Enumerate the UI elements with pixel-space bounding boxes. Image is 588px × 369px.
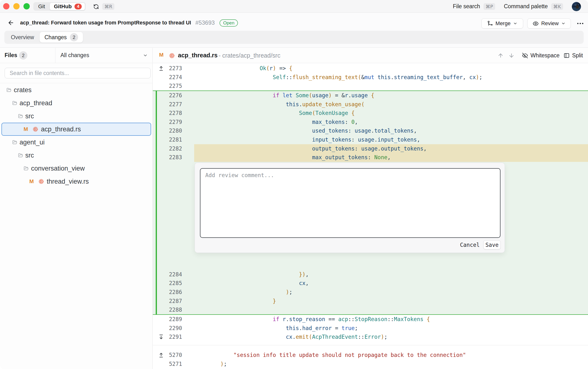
line-number: 5271 [153,359,182,369]
gutter[interactable]: 2289 [153,315,194,324]
review-comment-input[interactable] [200,168,500,238]
whitespace-toggle[interactable]: Whitespace [522,52,559,59]
line-number: 2274 [153,73,182,82]
gutter[interactable]: 2279 [153,118,194,127]
gutter[interactable]: 2284 [153,270,194,279]
close-window-button[interactable] [3,3,10,10]
gutter[interactable]: 2286 [153,288,194,297]
line-number: 2287 [153,297,182,306]
file-modified-badge: M [159,52,163,58]
previous-change-button[interactable] [498,52,504,59]
code-diff: 2273 Ok(r) => {2274 Self::flush_streamin… [153,63,588,369]
main-content: Files 2 All changes cratesacp_threadsrcM… [0,48,588,369]
minimize-window-button[interactable] [13,3,20,10]
line-number: 2277 [153,100,182,109]
tree-folder-item[interactable]: crates [0,83,152,97]
gutter[interactable]: 2290 [153,324,194,333]
line-number: 2280 [153,126,182,135]
line-number: 2285 [153,279,182,288]
pr-number: #53693 [195,19,215,26]
eye-icon [533,20,539,27]
folder-open-icon [23,166,29,171]
file-search-button[interactable]: File search [453,3,480,10]
tree-folder-item[interactable]: src [0,149,152,162]
review-comment-region: CancelSave [153,162,588,270]
code-line: 2287 } [153,297,588,306]
gutter[interactable]: 2288 [153,305,194,314]
code-line: 5271 ); [153,359,588,369]
code-line: 2280 used_tokens: usage.total_tokens, [153,126,588,135]
rust-file-icon: R [169,52,175,59]
code-text: cx, [194,279,309,288]
merge-button[interactable]: Merge [481,18,523,29]
tree-item-label: thread_view.rs [47,178,89,185]
gutter[interactable]: 5271 [153,359,194,369]
gutter[interactable]: 2281 [153,135,194,144]
tree-folder-item[interactable]: agent_ui [0,136,152,149]
save-button[interactable]: Save [483,240,501,249]
changes-filter-dropdown[interactable]: All changes [60,52,89,59]
tab-changes[interactable]: Changes 2 [40,32,83,42]
gutter[interactable]: 5270 [153,351,194,359]
code-text: }), [194,270,309,279]
gutter[interactable]: 2287 [153,297,194,306]
zoom-window-button[interactable] [23,3,30,10]
code-text: used_tokens: usage.total_tokens, [194,126,417,135]
reload-shortcut-hint: ⌘R [102,3,114,10]
titlebar: Git GitHub 4 ⌘R File search ⌘P Command p… [0,0,588,13]
refresh-icon[interactable] [93,4,99,10]
folder-open-icon [12,140,17,145]
gutter[interactable]: 2291 [153,332,194,341]
gutter[interactable]: 2280 [153,126,194,135]
gutter[interactable]: 2274 [153,73,194,82]
tab-github[interactable]: GitHub 4 [50,3,85,10]
cancel-button[interactable]: Cancel [460,242,480,248]
tree-folder-item[interactable]: conversation_view [0,162,152,175]
next-change-button[interactable] [509,52,514,59]
gutter[interactable]: 2276 [153,91,194,100]
tree-file-item[interactable]: MRthread_view.rs [0,175,152,188]
split-view-toggle[interactable]: Split [564,52,583,59]
code-text: cx.emit(AcpThreadEvent::Error); [194,332,387,341]
code-text: input_tokens: usage.input_tokens, [194,135,420,144]
search-input[interactable] [5,68,151,78]
tree-file-item[interactable]: MRacp_thread.rs [0,123,152,136]
code-text: ); [194,288,292,297]
panel-split-icon [564,52,570,59]
chevron-down-icon [143,53,148,58]
github-notification-badge: 4 [74,4,82,10]
tree-item-label: src [25,152,34,159]
more-actions-button[interactable] [576,20,584,27]
gutter[interactable]: 2285 [153,279,194,288]
line-number: 2273 [153,64,182,73]
gutter[interactable]: 2277 [153,100,194,109]
command-palette-button[interactable]: Command palette [504,3,548,10]
gutter[interactable]: 2283 [153,153,194,162]
chevron-down-icon [561,21,566,26]
gutter[interactable]: 2278 [153,109,194,118]
file-tree: cratesacp_threadsrcMRacp_thread.rsagent_… [0,83,152,188]
diff-file-header: M R acp_thread.rs - crates/acp_thread/sr… [153,48,588,63]
line-number: 2286 [153,288,182,297]
gutter[interactable]: 2275 [153,82,194,91]
gutter[interactable]: 2282 [153,144,194,153]
git-merge-icon [487,20,493,26]
code-text: ); [194,359,227,369]
code-line: 2286 ); [153,288,588,297]
tree-item-label: acp_thread [20,99,52,107]
gutter[interactable]: 2273 [153,64,194,73]
code-line: 2290 this.had_error = true; [153,324,588,333]
rust-file-icon: R [38,179,44,184]
user-avatar[interactable] [572,2,581,11]
review-button[interactable]: Review [527,18,571,29]
back-button[interactable] [8,19,14,26]
pr-header: acp_thread: Forward token usage from Pro… [0,13,588,48]
code-text: Self::flush_streaming_text(&mut this.str… [194,73,482,82]
code-text: output_tokens: usage.output_tokens, [194,144,427,153]
tab-overview[interactable]: Overview [4,34,41,41]
rust-file-icon: R [32,126,39,132]
tab-git[interactable]: Git [33,3,50,10]
tree-folder-item[interactable]: acp_thread [0,97,152,110]
tree-item-label: conversation_view [31,165,85,172]
tree-folder-item[interactable]: src [0,110,152,123]
